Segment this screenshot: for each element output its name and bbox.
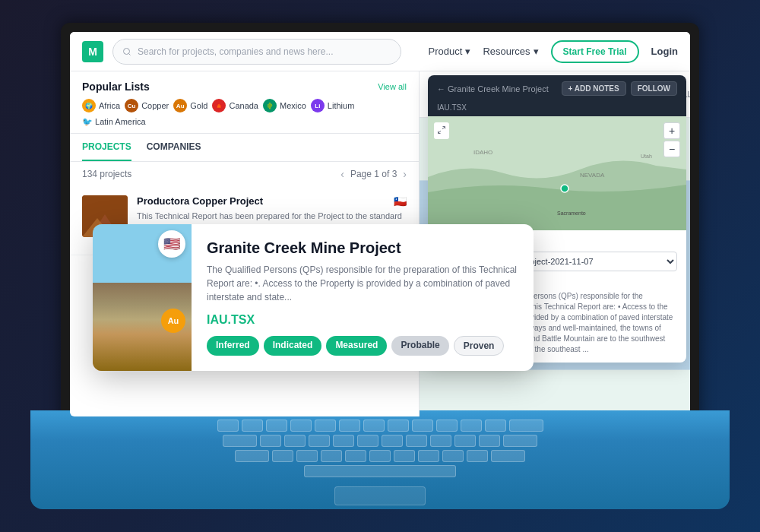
- svg-text:NEVADA: NEVADA: [580, 172, 605, 179]
- badge-inferred[interactable]: Inferred: [207, 336, 259, 356]
- canada-icon: 🍁: [212, 99, 226, 112]
- africa-icon: 🌍: [82, 99, 96, 112]
- svg-text:Utah: Utah: [641, 154, 652, 159]
- key: [223, 435, 257, 447]
- back-link[interactable]: ← Granite Creek Mine Project: [437, 84, 549, 93]
- svg-point-9: [561, 185, 568, 192]
- svg-line-12: [439, 131, 442, 134]
- key: [503, 435, 537, 447]
- key: [412, 420, 433, 432]
- lithium-icon: Li: [311, 99, 325, 112]
- key: [357, 435, 378, 447]
- popup-title: Granite Creek Mine Project: [207, 239, 518, 257]
- rp-map-controls: + −: [663, 122, 680, 157]
- login-button[interactable]: Login: [651, 46, 678, 57]
- view-all-link[interactable]: View all: [378, 82, 407, 91]
- key: [284, 435, 306, 447]
- project-title: Productora Copper Project: [137, 195, 263, 207]
- key: [235, 450, 269, 462]
- svg-point-0: [124, 48, 130, 54]
- popup-mineral-badge: Au: [161, 309, 185, 333]
- key-row-1: [46, 420, 714, 432]
- key: [509, 420, 543, 432]
- tab-projects[interactable]: PROJECTS: [82, 134, 131, 161]
- nav-product[interactable]: Product ▾: [429, 46, 471, 57]
- key: [309, 435, 330, 447]
- screen-content: M Search for projects, companies and new…: [70, 32, 690, 416]
- key: [454, 435, 476, 447]
- project-tabs: PROJECTS COMPANIES: [70, 134, 419, 162]
- tag-latam[interactable]: 🐦 Latin America: [82, 117, 146, 127]
- gold-icon: Au: [173, 99, 187, 112]
- nav-items: Product ▾ Resources ▾ Start Free Trial L…: [429, 40, 678, 63]
- key: [491, 450, 525, 462]
- project-flag: 🇨🇱: [394, 195, 407, 207]
- key: [461, 420, 482, 432]
- trackpad[interactable]: [334, 486, 426, 505]
- copper-icon: Cu: [125, 99, 138, 112]
- popup-ticker[interactable]: IAU.TSX: [207, 313, 518, 327]
- popup-card: 🇺🇸 Au Granite Creek Mine Project The Qua…: [93, 224, 534, 371]
- popup-badges: Inferred Indicated Measured Probable Pro…: [207, 336, 518, 356]
- key: [290, 420, 312, 432]
- spacebar: [304, 465, 456, 477]
- map-zoom-in[interactable]: +: [663, 122, 680, 139]
- tag-canada[interactable]: 🍁 Canada: [212, 99, 258, 112]
- site-logo: M: [82, 41, 103, 62]
- key: [345, 450, 366, 462]
- pagination: ‹ Page 1 of 3 ›: [340, 168, 407, 180]
- key: [333, 435, 354, 447]
- tag-lithium[interactable]: Li Lithium: [311, 99, 354, 112]
- prev-page-arrow[interactable]: ‹: [340, 168, 344, 180]
- key: [242, 420, 263, 432]
- tab-companies[interactable]: COMPANIES: [147, 134, 201, 161]
- trial-button[interactable]: Start Free Trial: [551, 40, 639, 63]
- svg-line-11: [442, 127, 445, 130]
- key: [260, 435, 281, 447]
- badge-indicated[interactable]: Indicated: [264, 336, 322, 356]
- key-row-4: [46, 465, 714, 477]
- map-zoom-out[interactable]: −: [663, 141, 680, 157]
- list-tags: 🌍 Africa Cu Copper Au Gold: [82, 99, 407, 127]
- screen-bezel: M Search for projects, companies and new…: [61, 23, 699, 426]
- key: [394, 450, 415, 462]
- key: [406, 435, 427, 447]
- map-fullscreen-btn[interactable]: [434, 122, 449, 139]
- key: [436, 420, 458, 432]
- key: [418, 450, 439, 462]
- popup-flag: 🇺🇸: [158, 230, 185, 258]
- rp-ticker: IAU.TSX: [428, 102, 686, 116]
- key: [339, 420, 360, 432]
- key: [315, 420, 336, 432]
- key: [442, 450, 464, 462]
- tag-gold[interactable]: Au Gold: [173, 99, 207, 112]
- tag-africa[interactable]: 🌍 Africa: [82, 99, 120, 112]
- key-row-2: [46, 435, 714, 447]
- add-notes-button[interactable]: + ADD NOTES: [562, 81, 626, 96]
- search-icon: [122, 47, 131, 56]
- rp-mini-map: IDAHO NEVADA Utah Sacramento + −: [428, 116, 686, 230]
- popup-description: The Qualified Persons (QPs) responsible …: [207, 263, 518, 304]
- key: [363, 420, 385, 432]
- project-count: 134 projects: [82, 169, 131, 179]
- badge-measured[interactable]: Measured: [326, 336, 387, 356]
- key: [217, 420, 239, 432]
- popular-lists: Popular Lists View all 🌍 Africa Cu Coppe…: [70, 71, 419, 134]
- tag-mexico[interactable]: 🌵 Mexico: [263, 99, 306, 112]
- right-panel-header: ← Granite Creek Mine Project + ADD NOTES…: [428, 75, 686, 102]
- search-bar[interactable]: Search for projects, companies and news …: [112, 39, 401, 65]
- svg-text:IDAHO: IDAHO: [473, 149, 492, 156]
- key: [266, 420, 287, 432]
- tag-copper[interactable]: Cu Copper: [125, 99, 169, 112]
- badge-probable[interactable]: Probable: [391, 336, 448, 356]
- key: [467, 450, 488, 462]
- key: [485, 420, 506, 432]
- follow-button[interactable]: FOLLOW: [631, 81, 677, 96]
- badge-proven[interactable]: Proven: [454, 336, 505, 356]
- keyboard-base: [30, 410, 730, 509]
- keyboard-rows: [30, 410, 730, 486]
- search-placeholder: Search for projects, companies and news …: [138, 46, 333, 57]
- next-page-arrow[interactable]: ›: [403, 168, 407, 180]
- pagination-text: Page 1 of 3: [350, 169, 397, 179]
- nav-resources[interactable]: Resources ▾: [483, 46, 538, 57]
